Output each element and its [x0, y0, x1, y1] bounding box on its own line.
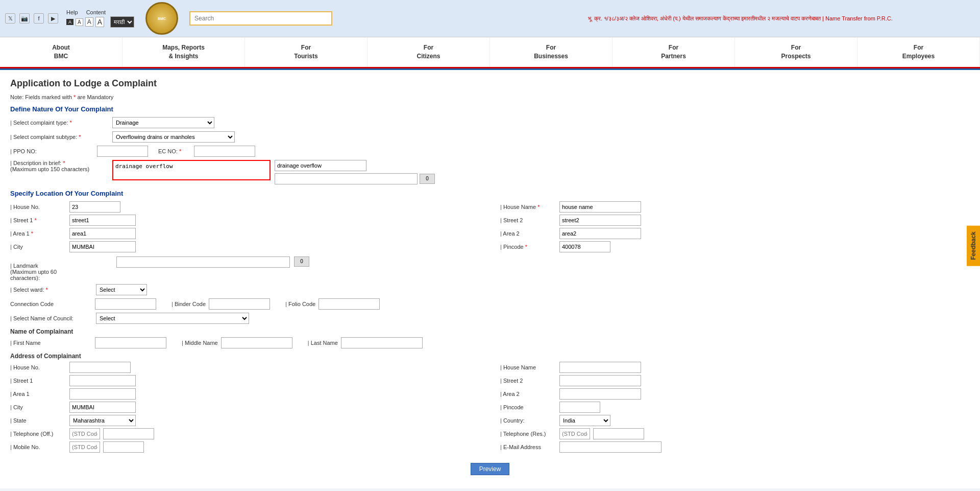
house-name-row: | House Name * — [500, 201, 970, 213]
connection-code-input[interactable] — [95, 298, 156, 310]
addr-area1-row: | Area 1 — [10, 388, 480, 400]
nav-maps-reports[interactable]: Maps, Reports & Insights — [122, 37, 245, 67]
nav-bar: About BMC Maps, Reports & Insights For T… — [0, 37, 980, 68]
location-section: | House No. | Street 1 * | Area 1 * | Ci… — [10, 201, 970, 254]
connection-code-item: Connection Code — [10, 298, 156, 310]
binder-code-item: | Binder Code — [172, 298, 270, 310]
search-bar — [189, 11, 576, 26]
council-label: | Select Name of Council: — [10, 315, 92, 321]
nav-for-prospects[interactable]: For Prospects — [735, 37, 857, 67]
font-large-btn[interactable]: A — [85, 17, 93, 27]
addr-city-input[interactable] — [69, 402, 136, 413]
street2-input[interactable] — [559, 215, 641, 226]
first-name-input[interactable] — [95, 337, 166, 348]
addr-state-select[interactable]: Maharashtra — [69, 415, 136, 426]
language-select[interactable]: मराठी — [110, 16, 134, 28]
city-input[interactable] — [69, 241, 136, 252]
main-content: Application to Lodge a Complaint Note: F… — [0, 70, 980, 488]
house-no-input[interactable] — [69, 201, 120, 213]
landmark-label: | Landmark(Maximum upto 60characters): — [10, 256, 112, 281]
last-name-item: | Last Name — [308, 337, 423, 348]
nav-about-bmc[interactable]: About BMC — [0, 37, 122, 67]
description-count-input[interactable] — [275, 173, 418, 184]
landmark-input[interactable] — [116, 256, 290, 268]
page-title: Application to Lodge a Complaint — [10, 78, 970, 89]
ppo-input[interactable] — [97, 146, 148, 157]
house-name-input[interactable] — [559, 201, 641, 213]
last-name-input[interactable] — [341, 337, 423, 348]
mobile-input[interactable] — [103, 441, 144, 453]
nav-for-tourists[interactable]: For Tourists — [245, 37, 368, 67]
middle-name-label: | Middle Name — [182, 340, 218, 346]
tel-off-std-input[interactable] — [69, 428, 100, 439]
preview-button[interactable]: Preview — [471, 463, 510, 475]
addr-street2-input[interactable] — [559, 375, 641, 386]
description-right-input[interactable] — [275, 160, 366, 171]
font-medium-btn[interactable]: A — [76, 18, 83, 26]
ec-input[interactable] — [194, 146, 255, 157]
font-controls: A A A A मराठी — [66, 16, 134, 28]
council-select[interactable]: Select — [96, 313, 249, 324]
facebook-icon[interactable]: f — [34, 13, 44, 24]
middle-name-input[interactable] — [221, 337, 292, 348]
ward-select[interactable]: Select — [96, 284, 147, 295]
nav-for-employees[interactable]: For Employees — [857, 37, 980, 67]
nav-for-businesses[interactable]: For Businesses — [490, 37, 612, 67]
addr-house-no-input[interactable] — [69, 362, 131, 373]
street1-row: | Street 1 * — [10, 215, 480, 226]
folio-code-input[interactable] — [318, 298, 380, 310]
ppo-label: | PPO NO: — [10, 148, 92, 154]
area2-row: | Area 2 — [500, 228, 970, 239]
addr-street1-input[interactable] — [69, 375, 136, 386]
addr-house-name-input[interactable] — [559, 362, 641, 373]
street1-input[interactable] — [69, 215, 136, 226]
email-input[interactable] — [559, 441, 662, 453]
instagram-icon[interactable]: 📷 — [19, 13, 30, 24]
nav-for-partners[interactable]: For Partners — [612, 37, 735, 67]
description-label: | Description in brief: * (Maximum upto … — [10, 160, 112, 172]
mobile-std-input[interactable] — [69, 441, 100, 453]
tel-res-input[interactable] — [593, 428, 644, 439]
addr-house-no-row: | House No. — [10, 362, 480, 373]
area1-input[interactable] — [69, 228, 136, 239]
preview-button-container: Preview — [10, 463, 970, 475]
addr-house-no-label: | House No. — [10, 364, 66, 370]
nav-for-citizens[interactable]: For Citizens — [368, 37, 490, 67]
addr-area2-label: | Area 2 — [500, 391, 556, 397]
description-row: | Description in brief: * (Maximum upto … — [10, 160, 970, 184]
area2-label: | Area 2 — [500, 230, 556, 237]
address-right: | House Name | Street 2 | Area 2 | Pinco… — [500, 362, 970, 455]
youtube-icon[interactable]: ▶ — [48, 13, 58, 24]
content-link[interactable]: Content — [86, 9, 106, 15]
binder-code-input[interactable] — [209, 298, 270, 310]
define-nature-title: Define Nature Of Your Complaint — [10, 105, 970, 113]
complaint-subtype-select[interactable]: Overflowing drains or manholes — [112, 131, 235, 143]
street1-label: | Street 1 * — [10, 217, 66, 223]
pincode-input[interactable] — [559, 241, 610, 252]
description-textarea[interactable]: drainage overflow — [112, 160, 271, 180]
marquee-text: भू. क्र. १/३८/३अ/२ क्लेज ओशिवरा, अंधेरी … — [588, 15, 975, 22]
middle-name-item: | Middle Name — [182, 337, 292, 348]
tel-off-input[interactable] — [103, 428, 154, 439]
help-link[interactable]: Help — [66, 9, 78, 15]
tel-res-std-input[interactable] — [559, 428, 590, 439]
complaint-type-select[interactable]: Drainage — [112, 117, 214, 128]
addr-pincode-input[interactable] — [559, 402, 600, 413]
font-xlarge-btn[interactable]: A — [95, 17, 104, 27]
addr-area2-input[interactable] — [559, 388, 641, 400]
addr-city-label: | City — [10, 404, 66, 410]
location-right: | House Name * | Street 2 | Area 2 | Pin… — [500, 201, 970, 254]
social-icons: 𝕏 📷 f ▶ — [5, 13, 58, 24]
area2-input[interactable] — [559, 228, 641, 239]
addr-house-name-label: | House Name — [500, 364, 556, 370]
twitter-icon[interactable]: 𝕏 — [5, 13, 15, 24]
addr-country-label: | Country: — [500, 417, 556, 424]
addr-country-select[interactable]: India — [559, 415, 610, 426]
addr-area1-input[interactable] — [69, 388, 136, 400]
feedback-tab[interactable]: Feedback — [967, 225, 980, 266]
addr-pincode-label: | Pincode — [500, 404, 556, 410]
address-section: | House No. | Street 1 | Area 1 | City |… — [10, 362, 970, 455]
font-small-btn[interactable]: A — [66, 19, 74, 25]
search-input[interactable] — [189, 11, 332, 26]
addr-state-label: | State — [10, 417, 66, 424]
